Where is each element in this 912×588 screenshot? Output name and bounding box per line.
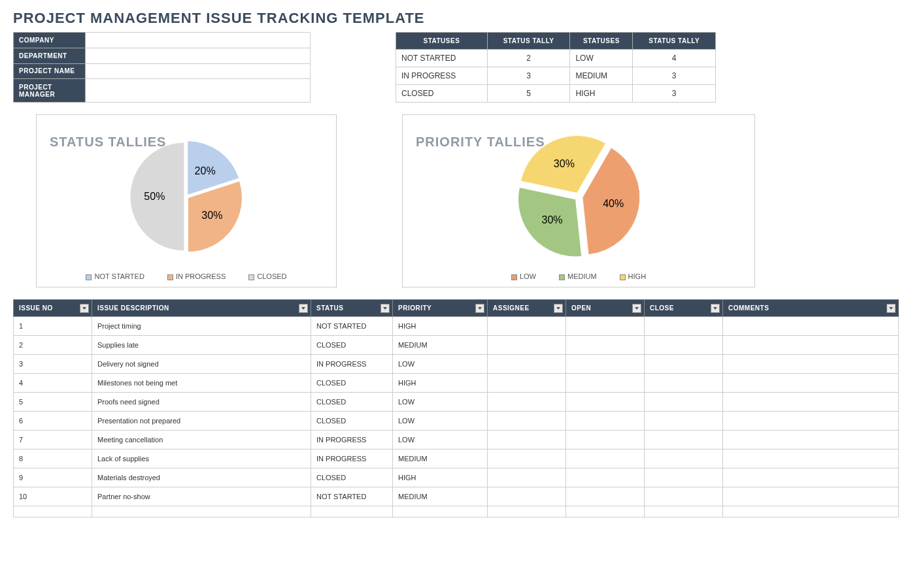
filter-icon[interactable] — [711, 304, 720, 313]
cell-assignee[interactable] — [488, 374, 566, 393]
cell-desc[interactable]: Meeting cancellation — [92, 431, 311, 449]
cell-no[interactable]: 1 — [14, 317, 92, 336]
cell-close[interactable] — [645, 355, 723, 374]
cell-status[interactable]: CLOSED — [311, 336, 393, 355]
cell-no[interactable]: 2 — [14, 336, 92, 355]
value-project-name[interactable] — [86, 63, 311, 79]
cell-open[interactable] — [566, 412, 645, 431]
cell-priority[interactable]: LOW — [393, 355, 488, 374]
cell-priority[interactable]: LOW — [393, 412, 488, 431]
cell-priority[interactable] — [393, 506, 488, 517]
cell-desc[interactable]: Delivery not signed — [92, 355, 311, 374]
cell-open[interactable] — [566, 431, 645, 449]
filter-icon[interactable] — [475, 304, 484, 313]
cell-priority[interactable]: HIGH — [393, 374, 488, 393]
cell-priority[interactable]: LOW — [393, 393, 488, 412]
cell-assignee[interactable] — [488, 317, 566, 336]
cell-comments[interactable] — [723, 449, 899, 468]
filter-icon[interactable] — [299, 304, 308, 313]
cell-assignee[interactable] — [488, 487, 566, 506]
cell-open[interactable] — [566, 317, 645, 336]
cell-no[interactable]: 8 — [14, 449, 92, 468]
cell-no[interactable] — [14, 506, 92, 517]
cell-no[interactable]: 5 — [14, 393, 92, 412]
cell-open[interactable] — [566, 487, 645, 506]
cell-desc[interactable]: Project timing — [92, 317, 311, 336]
cell-assignee[interactable] — [488, 336, 566, 355]
filter-icon[interactable] — [380, 304, 390, 313]
cell-assignee[interactable] — [488, 506, 566, 517]
cell-no[interactable]: 3 — [14, 355, 92, 374]
cell-comments[interactable] — [723, 487, 899, 506]
filter-icon[interactable] — [887, 304, 896, 313]
cell-desc[interactable]: Milestones not being met — [92, 374, 311, 393]
cell-open[interactable] — [566, 355, 645, 374]
cell-priority[interactable]: LOW — [393, 431, 488, 449]
cell-comments[interactable] — [723, 412, 899, 431]
cell-comments[interactable] — [723, 355, 899, 374]
cell-no[interactable]: 9 — [14, 468, 92, 487]
cell-status[interactable]: IN PROGRESS — [311, 449, 393, 468]
cell-close[interactable] — [645, 393, 723, 412]
cell-assignee[interactable] — [488, 468, 566, 487]
cell-assignee[interactable] — [488, 412, 566, 431]
cell-priority[interactable]: HIGH — [393, 468, 488, 487]
cell-assignee[interactable] — [488, 431, 566, 449]
value-company[interactable] — [86, 33, 311, 48]
cell-assignee[interactable] — [488, 449, 566, 468]
cell-desc[interactable]: Lack of supplies — [92, 449, 311, 468]
cell-comments[interactable] — [723, 317, 899, 336]
cell-status[interactable] — [311, 506, 393, 517]
cell-priority[interactable]: MEDIUM — [393, 336, 488, 355]
cell-open[interactable] — [566, 506, 645, 517]
cell-priority[interactable]: HIGH — [393, 317, 488, 336]
cell-no[interactable]: 7 — [14, 431, 92, 449]
cell-status[interactable]: CLOSED — [311, 393, 393, 412]
cell-comments[interactable] — [723, 336, 899, 355]
value-department[interactable] — [86, 48, 311, 63]
cell-open[interactable] — [566, 468, 645, 487]
cell-status[interactable]: IN PROGRESS — [311, 355, 393, 374]
cell-status[interactable]: IN PROGRESS — [311, 431, 393, 449]
filter-icon[interactable] — [632, 304, 641, 313]
cell-desc[interactable]: Materials destroyed — [92, 468, 311, 487]
cell-no[interactable]: 4 — [14, 374, 92, 393]
cell-no[interactable]: 6 — [14, 412, 92, 431]
cell-open[interactable] — [566, 336, 645, 355]
filter-icon[interactable] — [80, 304, 89, 313]
cell-close[interactable] — [645, 431, 723, 449]
cell-assignee[interactable] — [488, 393, 566, 412]
cell-desc[interactable]: Proofs need signed — [92, 393, 311, 412]
cell-desc[interactable] — [92, 506, 311, 517]
cell-priority[interactable]: MEDIUM — [393, 487, 488, 506]
cell-priority[interactable]: MEDIUM — [393, 449, 488, 468]
cell-close[interactable] — [645, 449, 723, 468]
cell-desc[interactable]: Supplies late — [92, 336, 311, 355]
cell-desc[interactable]: Partner no-show — [92, 487, 311, 506]
cell-close[interactable] — [645, 336, 723, 355]
cell-open[interactable] — [566, 393, 645, 412]
cell-close[interactable] — [645, 317, 723, 336]
cell-assignee[interactable] — [488, 355, 566, 374]
cell-status[interactable]: CLOSED — [311, 468, 393, 487]
cell-close[interactable] — [645, 468, 723, 487]
cell-no[interactable]: 10 — [14, 487, 92, 506]
cell-status[interactable]: NOT STARTED — [311, 487, 393, 506]
cell-comments[interactable] — [723, 468, 899, 487]
cell-close[interactable] — [645, 506, 723, 517]
cell-comments[interactable] — [723, 374, 899, 393]
cell-comments[interactable] — [723, 393, 899, 412]
cell-open[interactable] — [566, 449, 645, 468]
cell-comments[interactable] — [723, 506, 899, 517]
cell-status[interactable]: CLOSED — [311, 412, 393, 431]
cell-desc[interactable]: Presentation not prepared — [92, 412, 311, 431]
cell-open[interactable] — [566, 374, 645, 393]
cell-status[interactable]: NOT STARTED — [311, 317, 393, 336]
filter-icon[interactable] — [554, 304, 563, 313]
cell-status[interactable]: CLOSED — [311, 374, 393, 393]
cell-close[interactable] — [645, 374, 723, 393]
cell-close[interactable] — [645, 487, 723, 506]
cell-close[interactable] — [645, 412, 723, 431]
cell-comments[interactable] — [723, 431, 899, 449]
value-project-manager[interactable] — [86, 79, 311, 103]
